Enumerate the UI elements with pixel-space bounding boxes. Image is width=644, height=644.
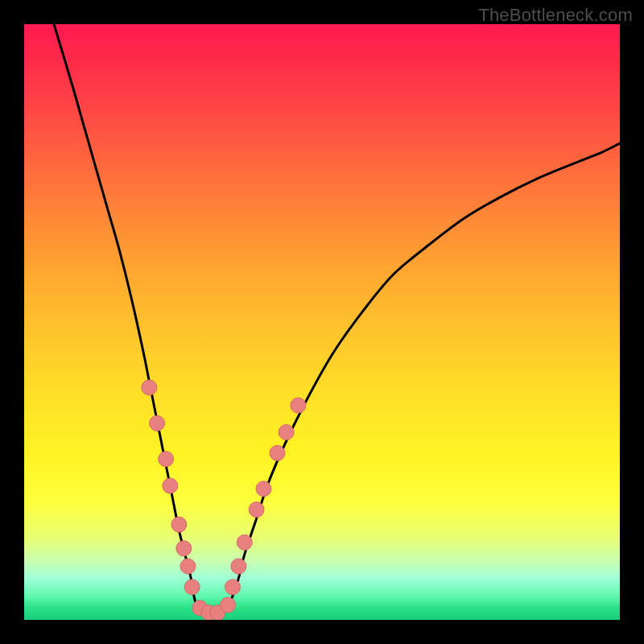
marker-group (142, 380, 306, 620)
plot-area (24, 24, 620, 620)
data-marker (291, 398, 306, 413)
watermark-text: TheBottleneck.com (478, 5, 633, 26)
data-marker (163, 478, 178, 493)
data-marker (231, 559, 246, 574)
right-curve (227, 143, 620, 608)
data-marker (237, 535, 252, 550)
data-marker (279, 424, 294, 440)
data-marker (176, 541, 192, 556)
data-marker (249, 502, 264, 518)
data-marker (180, 559, 196, 574)
data-marker (171, 517, 187, 532)
data-marker (225, 580, 241, 595)
curve-layer (24, 24, 620, 620)
data-marker (256, 481, 271, 497)
data-marker (159, 452, 174, 467)
data-marker (270, 445, 285, 460)
data-marker (150, 415, 165, 431)
data-marker (142, 380, 157, 395)
data-marker (184, 580, 200, 595)
chart-frame: TheBottleneck.com (0, 0, 644, 644)
data-marker (221, 597, 236, 613)
